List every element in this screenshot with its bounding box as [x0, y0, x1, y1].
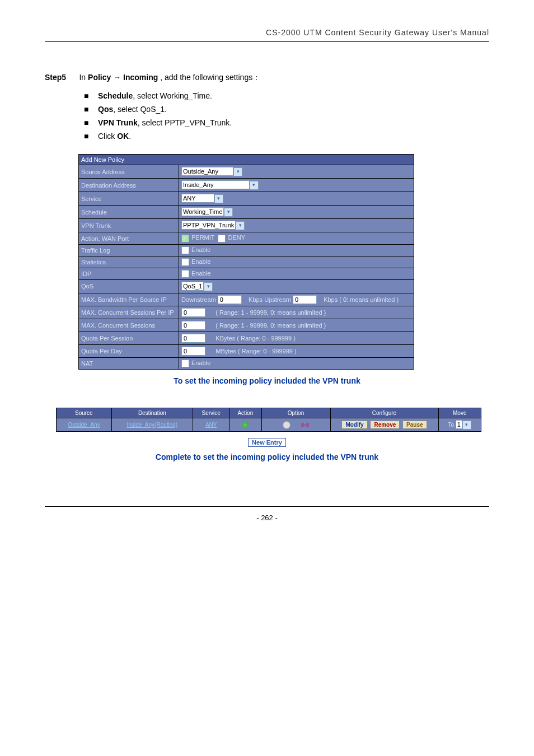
step-policy: Policy [88, 73, 111, 82]
input-downstream[interactable]: 0 [218, 295, 242, 304]
label-log: Traffic Log [79, 244, 179, 256]
modify-button[interactable]: Modify [341, 421, 367, 429]
step-label: Step5 [45, 73, 66, 82]
label-idp: IDP [79, 268, 179, 279]
checkbox-stat[interactable] [181, 258, 189, 266]
bullet-ok: ■Click OK. [84, 132, 489, 141]
policy-grid: Source Destination Service Action Option… [56, 408, 481, 432]
caption-2: Complete to set the incoming policy incl… [45, 452, 489, 461]
label-schedule: Schedule [79, 206, 179, 219]
select-vpn[interactable]: PPTP_VPN_Trunk [181, 221, 236, 230]
bullet-square-icon: ■ [84, 118, 90, 127]
col-move: Move [438, 408, 481, 418]
col-dest: Destination [111, 408, 193, 418]
bullet-qos: ■Qos, select QoS_1. [84, 105, 489, 114]
clock-icon [283, 421, 291, 429]
bullet-square-icon: ■ [84, 105, 90, 114]
select-schedule[interactable]: Working_Time [181, 207, 224, 216]
label-vpn: VPN Trunk [79, 219, 179, 232]
chevron-down-icon[interactable]: ▾ [214, 194, 223, 203]
label-csip: MAX. Concurrent Sessions Per IP [79, 306, 179, 319]
col-service: Service [193, 408, 229, 418]
select-source[interactable]: Outside_Any [181, 167, 233, 176]
add-policy-form: Add New Policy Source AddressOutside_Any… [78, 154, 414, 370]
table-row: Outside_Any Inside_Any(Routing) ANY Modi… [57, 418, 481, 432]
step-text-prefix: In [79, 73, 88, 82]
move-to-label: To [448, 422, 455, 428]
chevron-down-icon[interactable]: ▾ [224, 208, 233, 217]
action-permit-icon [242, 422, 249, 428]
col-configure: Configure [330, 408, 438, 418]
label-nat: NAT [79, 357, 179, 369]
chevron-down-icon[interactable]: ▾ [236, 221, 245, 230]
bullet-vpn: ■VPN Trunk, select PPTP_VPN_Trunk. [84, 118, 489, 127]
step-text-suffix: , add the following settings： [158, 73, 260, 82]
checkbox-deny[interactable] [218, 235, 226, 242]
label-dest: Destination Address [79, 179, 179, 192]
label-bw: MAX. Bandwidth Per Source IP [79, 293, 179, 306]
new-entry-button[interactable]: New Entry [248, 438, 286, 447]
step-incoming: Incoming [123, 73, 158, 82]
input-qps[interactable]: 0 [181, 334, 205, 343]
page-number: - 262 - [45, 506, 489, 522]
input-qpd[interactable]: 0 [181, 347, 205, 356]
input-csip[interactable]: 0 [181, 308, 205, 317]
label-source: Source Address [79, 165, 179, 179]
vpn-icon [301, 422, 309, 428]
chevron-down-icon[interactable]: ▾ [250, 181, 259, 190]
checkbox-permit[interactable]: ✔ [181, 235, 189, 242]
step-arrow: → [111, 73, 123, 82]
bullet-square-icon: ■ [84, 91, 90, 100]
svg-rect-2 [303, 424, 307, 426]
input-cs[interactable]: 0 [181, 321, 205, 330]
label-service: Service [79, 192, 179, 206]
label-cs: MAX. Concurrent Sessions [79, 319, 179, 332]
col-source: Source [57, 408, 112, 418]
checkbox-idp[interactable] [181, 270, 189, 278]
remove-button[interactable]: Remove [370, 421, 400, 429]
step-line: Step5 In Policy → Incoming , add the fol… [45, 73, 489, 83]
pause-button[interactable]: Pause [402, 421, 427, 429]
label-qps: Quota Per Session [79, 332, 179, 344]
bullet-schedule: ■Schedule, select Working_Time. [84, 91, 489, 100]
label-qpd: Quota Per Day [79, 344, 179, 357]
label-qos: QoS [79, 279, 179, 293]
bullet-square-icon: ■ [84, 132, 90, 141]
col-action: Action [229, 408, 261, 418]
checkbox-log[interactable] [181, 246, 189, 254]
chevron-down-icon[interactable]: ▾ [462, 421, 471, 430]
cell-source[interactable]: Outside_Any [68, 422, 100, 428]
caption-1: To set the incoming policy included the … [45, 376, 489, 385]
input-upstream[interactable]: 0 [293, 295, 317, 304]
chevron-down-icon[interactable]: ▾ [233, 167, 242, 176]
select-dest[interactable]: Inside_Any [181, 180, 250, 189]
chevron-down-icon[interactable]: ▾ [204, 282, 213, 291]
select-service[interactable]: ANY [181, 194, 214, 203]
move-to-select[interactable]: 1 [456, 420, 462, 429]
label-stat: Statistics [79, 256, 179, 268]
label-action: Action, WAN Port [79, 232, 179, 244]
form-title: Add New Policy [79, 155, 414, 165]
cell-service[interactable]: ANY [205, 422, 217, 428]
select-qos[interactable]: QoS_1 [181, 282, 204, 291]
cell-dest[interactable]: Inside_Any(Routing) [127, 422, 178, 428]
checkbox-nat[interactable] [181, 360, 189, 367]
page-header: CS-2000 UTM Content Security Gateway Use… [45, 28, 489, 42]
col-option: Option [261, 408, 330, 418]
